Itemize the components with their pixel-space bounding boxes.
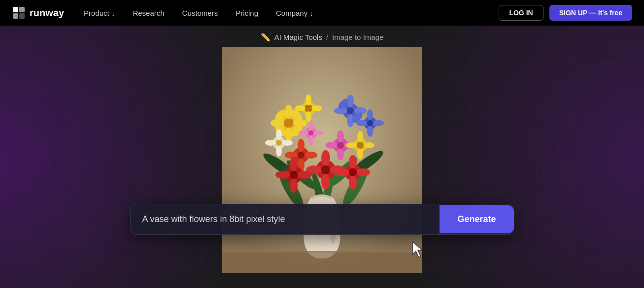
generate-bar: Generate [130,204,514,235]
svg-point-70 [357,131,363,142]
svg-point-84 [297,171,312,179]
logo[interactable]: runway [12,6,64,20]
signup-button[interactable]: SIGN UP — It's free [549,5,632,21]
svg-point-91 [349,168,357,176]
svg-point-89 [336,168,349,176]
svg-point-82 [290,178,298,193]
svg-point-61 [337,142,344,149]
svg-point-64 [308,135,313,145]
breadcrumb-separator: / [326,33,328,41]
svg-point-87 [349,155,357,169]
generate-button[interactable]: Generate [440,205,513,233]
svg-point-66 [313,130,323,135]
svg-point-71 [357,149,363,160]
logo-icon [12,6,26,20]
svg-point-54 [305,152,317,159]
breadcrumb-link[interactable]: AI Magic Tools [274,33,322,41]
main-content: ✏️ AI Magic Tools / Image to Image [0,26,644,288]
svg-point-88 [349,176,357,190]
flower-painting-svg [222,47,422,273]
svg-point-65 [299,130,308,135]
nav-item-company[interactable]: Company ↓ [276,9,313,17]
svg-point-63 [308,121,313,130]
svg-rect-1 [19,7,25,12]
wand-icon: ✏️ [261,32,271,42]
svg-rect-95 [222,251,422,253]
svg-point-59 [326,142,338,149]
svg-point-69 [357,142,364,149]
svg-point-49 [321,165,330,174]
svg-point-90 [356,168,370,176]
svg-point-53 [285,152,298,159]
svg-point-55 [298,152,305,159]
svg-point-45 [321,150,330,166]
svg-rect-2 [13,13,18,19]
svg-point-46 [321,174,330,190]
svg-point-42 [373,120,384,126]
svg-point-77 [265,140,276,146]
nav-links: Product ↓ Research Customers Pricing Com… [84,9,499,17]
svg-point-37 [347,107,354,114]
svg-point-57 [337,130,344,142]
svg-point-28 [295,105,305,111]
nav-item-product[interactable]: Product ↓ [84,9,115,17]
svg-rect-3 [19,13,25,19]
nav-item-research[interactable]: Research [133,9,164,17]
logo-text: runway [30,7,64,19]
nav-actions: LOG IN SIGN UP — It's free [499,5,632,21]
svg-point-76 [276,146,282,157]
nav-item-pricing[interactable]: Pricing [236,9,258,17]
prompt-input[interactable] [131,204,440,234]
svg-point-81 [290,157,298,171]
svg-point-79 [276,140,282,146]
svg-point-40 [367,126,373,137]
svg-point-72 [346,142,357,148]
svg-point-43 [367,120,373,126]
svg-point-29 [311,105,322,111]
nav-item-customers[interactable]: Customers [182,9,218,17]
svg-rect-0 [13,7,18,12]
svg-point-67 [308,130,313,135]
svg-point-85 [290,171,298,179]
svg-point-73 [364,142,374,148]
svg-point-75 [276,129,282,140]
image-display [222,47,422,273]
svg-point-41 [356,120,367,126]
svg-point-25 [305,104,312,112]
svg-point-27 [305,111,311,122]
svg-point-83 [275,171,290,179]
svg-point-58 [337,148,344,160]
svg-point-15 [284,118,294,128]
login-button[interactable]: LOG IN [499,5,543,21]
breadcrumb: ✏️ AI Magic Tools / Image to Image [261,32,384,42]
svg-point-51 [298,139,305,152]
navbar: runway Product ↓ Research Customers Pric… [0,0,644,26]
svg-rect-94 [222,251,422,273]
svg-point-78 [282,140,293,146]
svg-point-26 [305,95,311,105]
svg-point-39 [367,109,373,120]
breadcrumb-current: Image to Image [332,33,383,41]
